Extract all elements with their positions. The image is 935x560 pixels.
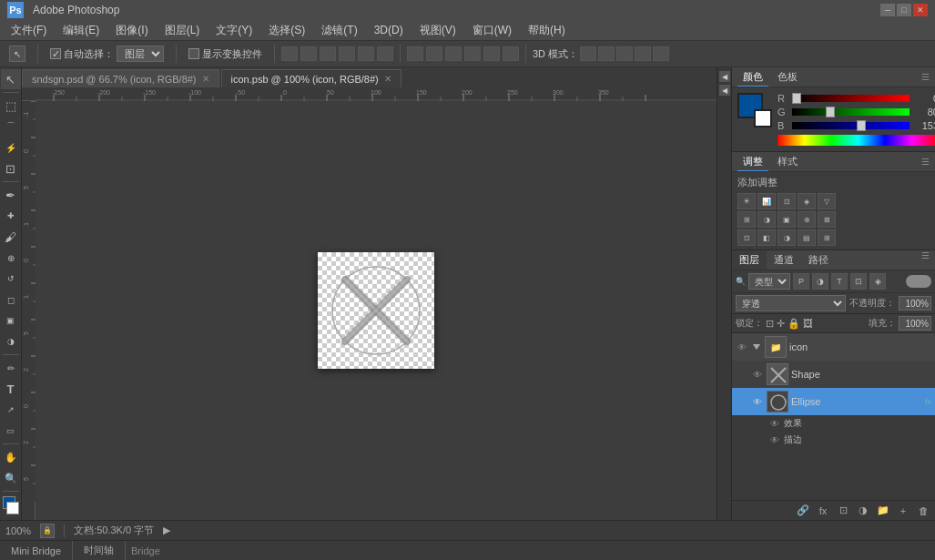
r-slider[interactable] [792, 95, 910, 102]
menu-window[interactable]: 窗口(W) [465, 21, 519, 40]
filter-icon-1[interactable]: P [793, 273, 809, 290]
layer-style-icon[interactable]: fx [815, 503, 831, 519]
layer-mask-icon[interactable]: ⊡ [835, 503, 851, 519]
group-vis-eye[interactable]: 👁 [736, 341, 748, 353]
tool-icon[interactable]: ↖ [9, 46, 25, 62]
color-tab[interactable]: 颜色 [737, 68, 768, 87]
mini-bridge-tab[interactable]: Mini Bridge [0, 541, 73, 561]
move-tool[interactable]: ↖ [1, 69, 21, 89]
opacity-input[interactable] [899, 296, 931, 311]
show-transform-checkbox[interactable] [188, 48, 199, 59]
pen-tool[interactable]: ✏ [1, 358, 21, 378]
shape-vis-eye[interactable]: 👁 [751, 368, 764, 381]
adj-color-lookup[interactable]: ⊠ [818, 211, 836, 228]
layer-group-icon-header[interactable]: 👁 📁 icon [732, 333, 935, 361]
adj-photo-filter[interactable]: ▣ [777, 211, 796, 228]
timeline-tab[interactable]: 时间轴 [73, 541, 126, 561]
adj-selective-color[interactable]: ⊞ [818, 229, 836, 246]
adj-posterize[interactable]: ◧ [757, 229, 776, 246]
dist-btn-5[interactable] [483, 46, 500, 61]
layer-link-icon[interactable]: 🔗 [795, 503, 811, 519]
collapse-btn-1[interactable]: ◀ [719, 71, 730, 82]
effect-vis-eye[interactable]: 👁 [768, 417, 781, 430]
zoom-tool[interactable]: 🔍 [1, 468, 21, 488]
status-arrow[interactable]: ▶ [163, 524, 170, 536]
menu-edit[interactable]: 编辑(E) [56, 21, 107, 40]
align-btn-3[interactable] [320, 46, 336, 61]
channels-tab[interactable]: 通道 [767, 250, 801, 270]
group-expand-arrow[interactable] [751, 341, 762, 352]
menu-text[interactable]: 文字(Y) [208, 21, 259, 40]
menu-image[interactable]: 图像(I) [108, 21, 155, 40]
menu-3d[interactable]: 3D(D) [367, 22, 411, 38]
swatches-tab[interactable]: 色板 [772, 68, 803, 87]
style-tab[interactable]: 样式 [772, 153, 803, 171]
stamp-tool[interactable]: ⊕ [1, 248, 21, 268]
tab-sndsgn[interactable]: sndsgn.psd @ 66.7% (icon, RGB/8#) ✕ [22, 69, 219, 87]
crop-tool[interactable]: ⊡ [1, 158, 21, 178]
adjust-tab[interactable]: 调整 [737, 153, 768, 171]
align-btn-4[interactable] [339, 46, 355, 61]
canvas-area[interactable]: -250 -200 -150 -100 -50 0 50 100 150 200… [36, 87, 716, 520]
adj-gradient-map[interactable]: ▤ [798, 229, 816, 246]
healing-tool[interactable]: ✚ [1, 206, 21, 226]
stroke-vis-eye[interactable]: 👁 [768, 433, 781, 446]
adj-invert[interactable]: ⊡ [737, 229, 756, 246]
adj-threshold[interactable]: ◑ [777, 229, 796, 246]
eraser-tool[interactable]: ◻ [1, 290, 21, 310]
menu-layer[interactable]: 图层(L) [158, 21, 208, 40]
adj-color-balance[interactable]: ⊞ [737, 211, 756, 228]
text-tool[interactable]: T [1, 379, 21, 399]
filter-icon-4[interactable]: ⊡ [850, 273, 867, 290]
lock-move-icon[interactable]: ✛ [777, 318, 785, 330]
new-adj-layer-icon[interactable]: ◑ [855, 503, 871, 519]
bg-swatch[interactable] [754, 109, 772, 127]
3d-btn-1[interactable] [580, 46, 596, 61]
align-btn-5[interactable] [358, 46, 374, 61]
ellipse-vis-eye[interactable]: 👁 [751, 395, 764, 408]
adjust-panel-menu[interactable]: ☰ [921, 157, 930, 167]
collapse-btn-2[interactable]: ◀ [719, 85, 730, 96]
background-color[interactable] [6, 502, 19, 514]
menu-filter[interactable]: 滤镜(T) [314, 21, 364, 40]
filter-icon-3[interactable]: T [831, 273, 848, 290]
blend-mode-select[interactable]: 穿透 [736, 295, 846, 311]
menu-file[interactable]: 文件(F) [4, 21, 54, 40]
adj-curves[interactable]: 📊 [757, 193, 776, 209]
align-btn-6[interactable] [377, 46, 393, 61]
layers-tab[interactable]: 图层 [732, 250, 767, 270]
dist-btn-4[interactable] [464, 46, 481, 61]
dodge-tool[interactable]: ◑ [1, 331, 21, 351]
layer-filter-toggle[interactable] [906, 275, 931, 288]
dist-btn-3[interactable] [445, 46, 462, 61]
lock-pixel-icon[interactable]: ⊡ [766, 318, 774, 330]
auto-select-dropdown[interactable]: 图层 [117, 46, 164, 62]
new-layer-icon[interactable]: + [895, 503, 911, 519]
delete-layer-icon[interactable]: 🗑 [915, 503, 931, 519]
dist-btn-1[interactable] [407, 46, 423, 61]
menu-view[interactable]: 视图(V) [412, 21, 463, 40]
zoom-lock-icon[interactable]: 🔒 [40, 524, 55, 538]
3d-btn-4[interactable] [635, 46, 651, 61]
adj-vibrance[interactable]: ◈ [798, 193, 816, 209]
close-button[interactable]: ✕ [913, 4, 928, 16]
dist-btn-6[interactable] [503, 46, 519, 61]
3d-btn-3[interactable] [616, 46, 633, 61]
minimize-button[interactable]: ─ [880, 4, 895, 16]
shape-tool[interactable]: ▭ [1, 421, 21, 441]
path-tool[interactable]: ↗ [1, 400, 21, 420]
adj-channel-mixer[interactable]: ⊕ [798, 211, 816, 228]
paths-tab[interactable]: 路径 [801, 250, 836, 270]
b-slider[interactable] [792, 122, 910, 129]
color-spectrum-bar[interactable] [777, 135, 935, 146]
gradient-tool[interactable]: ▣ [1, 311, 21, 331]
adj-black-white[interactable]: ◑ [757, 211, 776, 228]
dist-btn-2[interactable] [426, 46, 442, 61]
layer-panel-menu[interactable]: ☰ [916, 250, 935, 270]
fill-input[interactable] [899, 316, 931, 331]
tab-icon-close[interactable]: ✕ [384, 74, 391, 84]
tab-icon[interactable]: icon.psb @ 100% (icon, RGB/8#) ✕ [221, 69, 401, 87]
tab-sndsgn-close[interactable]: ✕ [202, 74, 209, 84]
new-group-icon[interactable]: 📁 [875, 503, 891, 519]
3d-btn-5[interactable] [653, 46, 669, 61]
